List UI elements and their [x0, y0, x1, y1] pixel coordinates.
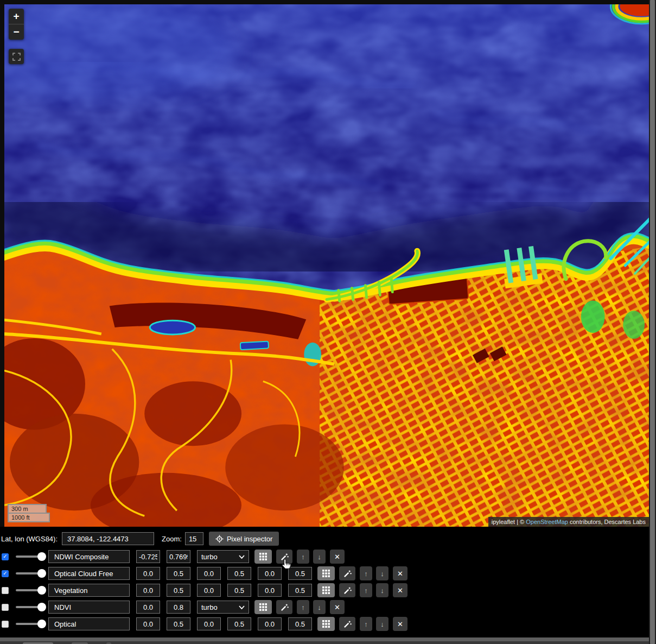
remove-layer-button[interactable]: ✕: [330, 600, 345, 614]
layer-control-panel: Lat, lon (WGS84): Zoom: Pixel inspector …: [0, 527, 649, 644]
zoom-in-button[interactable]: +: [9, 9, 24, 24]
move-layer-up-button[interactable]: ↑: [360, 583, 372, 597]
band-max-input[interactable]: [288, 567, 312, 580]
layer-max-input[interactable]: [167, 601, 190, 614]
scrollbar-thumb[interactable]: [650, 0, 655, 644]
move-layer-down-button[interactable]: ↓: [376, 583, 388, 597]
layer-name-input[interactable]: [48, 601, 130, 614]
layer-row-optical-cloud-free: ✓: [0, 566, 649, 580]
layer-name-input[interactable]: [48, 617, 130, 630]
magic-wand-icon: [281, 553, 289, 561]
magic-wand-icon: [281, 603, 289, 611]
band-max-input[interactable]: [288, 617, 312, 630]
layer-opacity-slider[interactable]: [16, 569, 44, 578]
layer-min-input[interactable]: [136, 601, 160, 614]
band-min-input[interactable]: [197, 584, 221, 597]
colormap-value: turbo: [201, 603, 218, 611]
layer-opacity-slider[interactable]: [16, 586, 44, 595]
autoscale-button[interactable]: [276, 600, 292, 614]
grid-icon: [322, 570, 330, 577]
attribution-separator: | ©: [515, 519, 526, 525]
band-min-input[interactable]: [258, 617, 282, 630]
layer-max-input[interactable]: [167, 550, 190, 563]
layer-visibility-checkbox[interactable]: ✓: [2, 570, 9, 577]
layer-name-input[interactable]: [48, 584, 130, 597]
autoscale-button[interactable]: [276, 550, 292, 564]
layer-opacity-slider[interactable]: [16, 552, 44, 561]
magic-wand-icon: [343, 586, 352, 595]
layer-name-input[interactable]: [48, 550, 130, 563]
openstreetmap-link[interactable]: OpenStreetMap: [526, 519, 568, 525]
move-layer-up-button[interactable]: ↑: [360, 566, 372, 580]
colormap-select[interactable]: turbo: [197, 601, 249, 614]
page-scrollbar[interactable]: [649, 0, 656, 644]
crosshair-icon: [215, 535, 224, 543]
layer-name-input[interactable]: [48, 567, 130, 580]
remove-layer-button[interactable]: ✕: [393, 583, 407, 597]
band-min-input[interactable]: [136, 617, 160, 630]
map-attribution: ipyleaflet | © OpenStreetMap contributor…: [488, 517, 649, 527]
coordinates-row: Lat, lon (WGS84): Zoom: Pixel inspector: [1, 530, 649, 547]
checkerboard-button[interactable]: [317, 566, 335, 580]
band-min-input[interactable]: [258, 584, 282, 597]
checkerboard-button[interactable]: [317, 617, 335, 631]
band-min-input[interactable]: [258, 567, 282, 580]
layer-visibility-checkbox[interactable]: [2, 604, 9, 611]
band-max-input[interactable]: [288, 584, 312, 597]
move-layer-down-button[interactable]: ↓: [376, 617, 388, 631]
layer-row-vegetation: ↑ ↓ ✕: [0, 583, 649, 597]
map-canvas[interactable]: + − 300 m 1000 ft ipyleaflet | © OpenStr…: [4, 4, 649, 527]
move-layer-down-button[interactable]: ↓: [313, 600, 326, 614]
band-max-input[interactable]: [227, 567, 251, 580]
layer-opacity-slider[interactable]: [16, 603, 44, 611]
layer-opacity-slider[interactable]: [16, 620, 44, 628]
latlon-input[interactable]: [62, 532, 154, 545]
move-layer-up-button[interactable]: ↑: [360, 617, 372, 631]
magic-wand-icon: [343, 620, 352, 628]
layer-min-input[interactable]: [136, 550, 160, 563]
pixel-inspector-button[interactable]: Pixel inspector: [209, 532, 279, 546]
band-max-input[interactable]: [167, 567, 190, 580]
layer-row-optical: ↑ ↓ ✕: [0, 617, 649, 631]
band-min-input[interactable]: [197, 617, 221, 630]
latlon-label: Lat, lon (WGS84):: [1, 535, 58, 543]
band-min-input[interactable]: [197, 567, 221, 580]
grid-icon: [259, 603, 267, 611]
chevron-down-icon: [239, 605, 245, 609]
layer-visibility-checkbox[interactable]: ✓: [2, 553, 9, 560]
layer-visibility-checkbox[interactable]: [2, 621, 9, 628]
layer-visibility-checkbox[interactable]: [2, 587, 9, 594]
fullscreen-button[interactable]: [9, 49, 24, 64]
move-layer-down-button[interactable]: ↓: [313, 550, 326, 564]
remove-layer-button[interactable]: ✕: [393, 617, 407, 631]
attribution-suffix: contributors, Descartes Labs: [568, 519, 646, 525]
next-section-partial: [0, 641, 649, 644]
colormap-select[interactable]: turbo: [197, 550, 249, 563]
zoom-out-button[interactable]: −: [9, 24, 24, 40]
pixel-inspector-label: Pixel inspector: [227, 535, 273, 543]
checkerboard-button[interactable]: [254, 550, 272, 564]
autoscale-button[interactable]: [339, 566, 355, 580]
panel-divider: [0, 637, 649, 641]
band-max-input[interactable]: [167, 617, 190, 630]
layer-row-ndvi: turbo ↑ ↓ ✕: [0, 600, 649, 614]
band-max-input[interactable]: [227, 617, 251, 630]
autoscale-button[interactable]: [339, 617, 355, 631]
layer-row-ndwi-composite: ✓ turbo: [0, 550, 649, 564]
move-layer-up-button[interactable]: ↑: [297, 550, 309, 564]
band-min-input[interactable]: [136, 567, 160, 580]
autoscale-button[interactable]: [339, 583, 355, 597]
zoom-level-input[interactable]: [185, 532, 203, 545]
remove-layer-button[interactable]: ✕: [330, 550, 345, 564]
band-max-input[interactable]: [227, 584, 251, 597]
checkerboard-button[interactable]: [254, 600, 272, 614]
band-max-input[interactable]: [167, 584, 190, 597]
remove-layer-button[interactable]: ✕: [393, 566, 407, 580]
ndwi-raster-layer: [4, 4, 649, 527]
magic-wand-icon: [343, 570, 352, 578]
move-layer-down-button[interactable]: ↓: [376, 566, 388, 580]
chevron-down-icon: [239, 555, 245, 559]
band-min-input[interactable]: [136, 584, 160, 597]
move-layer-up-button[interactable]: ↑: [297, 600, 309, 614]
checkerboard-button[interactable]: [317, 583, 335, 597]
